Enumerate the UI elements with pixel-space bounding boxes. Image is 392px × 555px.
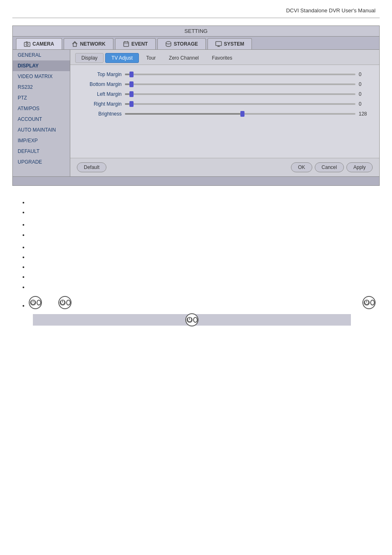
bullet-group-2 xyxy=(16,221,376,238)
cancel-button[interactable]: Cancel xyxy=(315,162,344,172)
list-item-3 xyxy=(29,221,376,229)
slider-value-bottom-margin: 0 xyxy=(359,81,371,87)
svg-rect-2 xyxy=(26,42,28,43)
system-icon xyxy=(215,41,222,47)
circle-icon-1 xyxy=(29,296,42,309)
icon-bar-row xyxy=(16,314,376,326)
event-icon xyxy=(123,41,129,47)
page-header: DCVI Standalone DVR User's Manual xyxy=(0,0,392,18)
slider-label-left-margin: Left Margin xyxy=(78,91,122,97)
nav-storage-label: STORAGE xyxy=(174,41,198,47)
main-content: GENERAL DISPLAY VIDEO MATRIX RS232 PTZ A… xyxy=(13,50,379,176)
footer-bar xyxy=(13,176,379,185)
nav-network[interactable]: NETWORK xyxy=(64,38,113,49)
header-divider xyxy=(12,18,380,18)
list-item-6 xyxy=(29,254,376,261)
list-item-2 xyxy=(29,209,376,216)
bullet-group-1 xyxy=(16,199,376,216)
sidebar-item-display[interactable]: DISPLAY xyxy=(13,60,70,71)
sidebar-item-video-matrix[interactable]: VIDEO MATRIX xyxy=(13,71,70,82)
sidebar-item-rs232[interactable]: RS232 xyxy=(13,82,70,92)
power-icon-3 xyxy=(363,298,370,308)
svg-point-1 xyxy=(26,44,28,46)
bullet-group-3 xyxy=(16,244,376,291)
slider-label-brightness: Brightness xyxy=(78,111,122,117)
nav-network-label: NETWORK xyxy=(80,41,106,47)
tab-favorites[interactable]: Favorites xyxy=(206,53,238,62)
network-icon xyxy=(71,41,78,47)
svg-rect-3 xyxy=(124,42,129,46)
settings-title: SETTING xyxy=(184,28,208,34)
nav-event-label: EVENT xyxy=(131,41,148,47)
sub-tabs: Display TV Adjust Tour Zero Channel Favo… xyxy=(70,50,379,65)
sidebar-item-general[interactable]: GENERAL xyxy=(13,50,70,60)
body-content xyxy=(0,186,392,336)
slider-row-left-margin: Left Margin 0 xyxy=(78,91,371,97)
circle-icon-3 xyxy=(362,296,376,309)
slider-value-right-margin: 0 xyxy=(359,101,371,107)
sidebar-item-imp-exp[interactable]: IMP/EXP xyxy=(13,135,70,146)
svg-rect-8 xyxy=(216,42,221,46)
slider-label-right-margin: Right Margin xyxy=(78,101,122,107)
svg-point-7 xyxy=(166,42,171,44)
sidebar-item-auto-maintain[interactable]: AUTO MAINTAIN xyxy=(13,125,70,135)
slider-value-left-margin: 0 xyxy=(359,91,371,97)
settings-title-bar: SETTING xyxy=(13,26,379,37)
nav-event[interactable]: EVENT xyxy=(115,38,156,49)
top-nav: CAMERA NETWORK EVENT STORAGE xyxy=(13,37,379,50)
sidebar: GENERAL DISPLAY VIDEO MATRIX RS232 PTZ A… xyxy=(13,50,70,176)
tab-tv-adjust[interactable]: TV Adjust xyxy=(105,53,138,63)
sidebar-item-account[interactable]: ACCOUNT xyxy=(13,114,70,125)
slider-label-bottom-margin: Bottom Margin xyxy=(78,81,122,87)
tab-display[interactable]: Display xyxy=(75,53,104,63)
slider-right-margin[interactable] xyxy=(125,102,355,106)
slider-left-margin[interactable] xyxy=(125,92,355,96)
slider-value-top-margin: 0 xyxy=(359,72,371,77)
list-item-4 xyxy=(29,231,376,239)
apply-button[interactable]: Apply xyxy=(346,162,373,172)
sidebar-item-upgrade[interactable]: UPGRADE xyxy=(13,157,70,167)
bullet-group-icons xyxy=(16,296,376,309)
icon-bar xyxy=(33,314,351,326)
circle-icon-2 xyxy=(58,296,71,309)
list-item-7 xyxy=(29,264,376,271)
content-panel: Display TV Adjust Tour Zero Channel Favo… xyxy=(70,50,379,176)
list-item-5 xyxy=(29,244,376,251)
sliders-section: Top Margin 0 Bottom Margin xyxy=(70,65,379,125)
camera-icon xyxy=(24,41,30,47)
tab-zero-channel[interactable]: Zero Channel xyxy=(163,53,205,62)
power-icon-bar xyxy=(186,315,193,325)
slider-bottom-margin[interactable] xyxy=(125,83,355,86)
slider-brightness[interactable] xyxy=(125,112,355,116)
bottom-bar: Default OK Cancel Apply xyxy=(70,158,379,176)
sidebar-item-ptz[interactable]: PTZ xyxy=(13,92,70,103)
list-item-1 xyxy=(29,199,376,206)
nav-system-label: SYSTEM xyxy=(224,41,244,47)
list-item-9 xyxy=(29,284,376,291)
slider-label-top-margin: Top Margin xyxy=(78,72,122,77)
tab-tour[interactable]: Tour xyxy=(141,53,161,62)
sidebar-item-atm-pos[interactable]: ATM/POS xyxy=(13,103,70,114)
default-button[interactable]: Default xyxy=(77,162,106,172)
sidebar-item-default[interactable]: DEFAULT xyxy=(13,146,70,157)
action-buttons: OK Cancel Apply xyxy=(291,162,373,172)
slider-value-brightness: 128 xyxy=(359,111,371,117)
nav-camera-label: CAMERA xyxy=(32,41,54,47)
svg-rect-0 xyxy=(24,42,30,46)
slider-top-margin[interactable] xyxy=(125,73,355,76)
power-icon-1 xyxy=(30,298,37,308)
settings-panel: SETTING CAMERA NETWORK E xyxy=(12,25,380,186)
nav-system[interactable]: SYSTEM xyxy=(208,38,252,49)
slider-row-top-margin: Top Margin 0 xyxy=(78,72,371,77)
icon-row xyxy=(29,296,376,309)
nav-storage[interactable]: STORAGE xyxy=(157,38,206,49)
list-item-icons xyxy=(29,296,376,309)
page-title: DCVI Standalone DVR User's Manual xyxy=(286,7,376,14)
nav-camera[interactable]: CAMERA xyxy=(16,38,62,49)
list-item-8 xyxy=(29,273,376,281)
ok-button[interactable]: OK xyxy=(291,162,312,172)
storage-icon xyxy=(165,41,172,47)
slider-row-right-margin: Right Margin 0 xyxy=(78,101,371,107)
circle-icon-bar xyxy=(185,313,198,326)
power-icon-2 xyxy=(59,298,66,308)
